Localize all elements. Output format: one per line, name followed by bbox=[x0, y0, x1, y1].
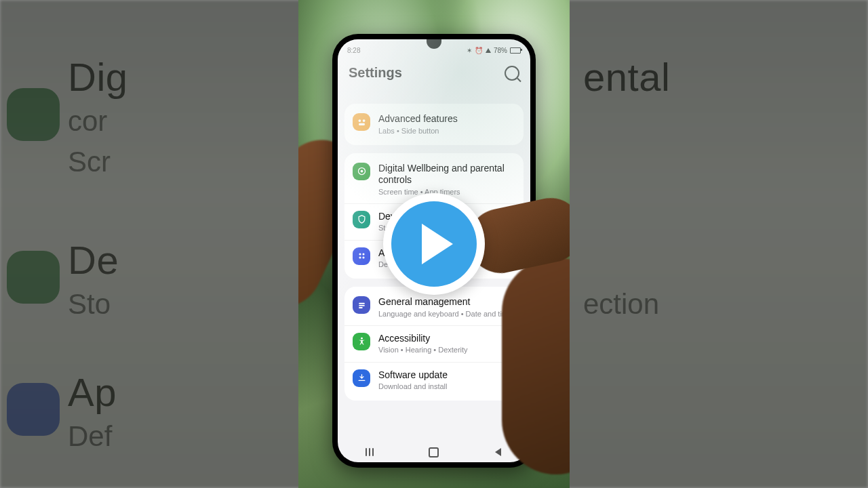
item-software-update[interactable]: Software update Download and install bbox=[344, 362, 524, 399]
nav-recent-button[interactable] bbox=[356, 446, 383, 458]
update-icon bbox=[353, 369, 370, 387]
item-sub: Vision • Hearing • Dexterity bbox=[378, 346, 515, 354]
item-general-management[interactable]: General management Language and keyboard… bbox=[344, 289, 524, 325]
item-title: Software update bbox=[378, 369, 515, 382]
svg-rect-11 bbox=[359, 307, 363, 308]
svg-rect-10 bbox=[359, 305, 365, 306]
home-icon bbox=[429, 447, 439, 458]
accessibility-icon bbox=[353, 333, 370, 350]
svg-point-0 bbox=[358, 119, 361, 122]
vibrate-icon: ✶ bbox=[467, 47, 472, 54]
item-title: Digital Wellbeing and parental controls bbox=[378, 163, 515, 186]
page-title: Settings bbox=[349, 65, 402, 81]
svg-rect-2 bbox=[359, 123, 365, 125]
android-navbar bbox=[338, 445, 530, 460]
svg-point-7 bbox=[359, 257, 361, 259]
alarm-icon: ⏰ bbox=[475, 47, 483, 54]
header: Settings bbox=[338, 65, 530, 81]
general-icon bbox=[353, 296, 370, 314]
battery-pct: 78% bbox=[494, 47, 507, 54]
status-bar: 8:28 ✶ ⏰ 78% bbox=[338, 43, 530, 57]
item-accessibility[interactable]: Accessibility Vision • Hearing • Dexteri… bbox=[344, 325, 524, 362]
svg-point-6 bbox=[362, 253, 364, 256]
device-care-icon bbox=[353, 211, 370, 228]
group-1: Advanced features Labs • Side button bbox=[344, 104, 524, 145]
svg-rect-9 bbox=[359, 303, 365, 304]
back-icon bbox=[495, 448, 501, 456]
item-title: Accessibility bbox=[378, 333, 515, 345]
item-sub: Language and keyboard • Date and time bbox=[378, 310, 515, 319]
svg-point-5 bbox=[359, 253, 361, 256]
play-icon bbox=[422, 224, 453, 264]
svg-point-4 bbox=[360, 170, 363, 173]
ghost-left: Dig cor Scr De Sto Ap Def bbox=[0, 0, 298, 488]
play-inner bbox=[391, 201, 477, 287]
battery-icon bbox=[510, 47, 521, 54]
advanced-icon bbox=[353, 113, 370, 131]
item-advanced-features[interactable]: Advanced features Labs • Side button bbox=[344, 106, 524, 142]
nav-home-button[interactable] bbox=[420, 446, 448, 458]
item-title: General management bbox=[378, 296, 515, 308]
apps-icon bbox=[353, 247, 370, 265]
play-button[interactable] bbox=[383, 193, 485, 295]
wellbeing-icon bbox=[353, 163, 370, 180]
item-title: Advanced features bbox=[378, 113, 515, 125]
item-sub: Labs • Side button bbox=[378, 127, 515, 136]
svg-point-8 bbox=[362, 257, 364, 259]
svg-point-1 bbox=[362, 119, 365, 122]
clock: 8:28 bbox=[347, 47, 360, 54]
signal-icon bbox=[486, 48, 491, 53]
recent-icon bbox=[366, 448, 374, 456]
search-icon[interactable] bbox=[505, 66, 519, 81]
ghost-right: ental ection bbox=[570, 0, 868, 488]
nav-back-button[interactable] bbox=[485, 446, 512, 458]
group-3: General management Language and keyboard… bbox=[344, 287, 524, 401]
item-sub: Download and install bbox=[378, 382, 515, 391]
hand-right bbox=[502, 258, 570, 474]
svg-point-12 bbox=[361, 338, 363, 340]
